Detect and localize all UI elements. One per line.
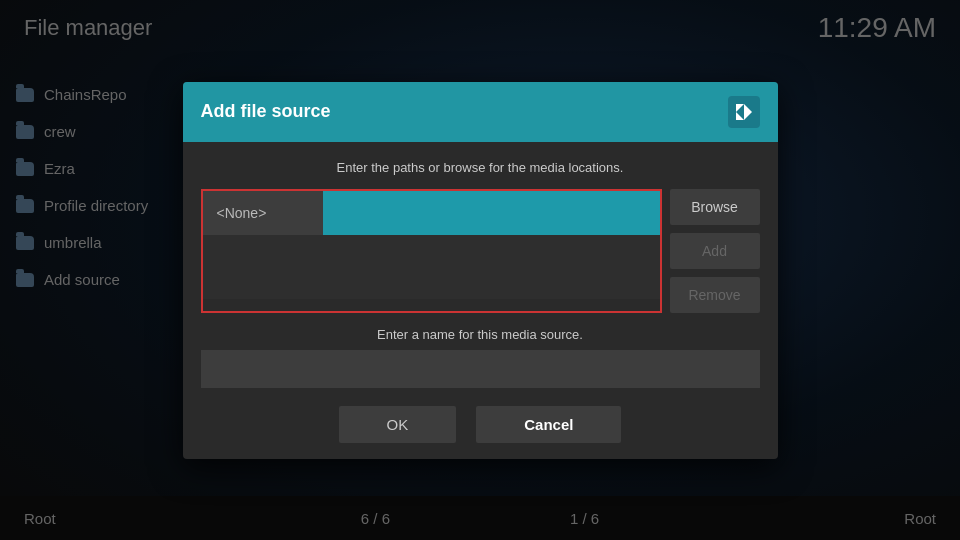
browse-button[interactable]: Browse — [670, 189, 760, 225]
dialog-buttons: OK Cancel — [201, 406, 760, 443]
add-button[interactable]: Add — [670, 233, 760, 269]
source-top-row: <None> — [203, 191, 660, 235]
path-input-box[interactable] — [323, 191, 660, 235]
side-buttons: Browse Add Remove — [670, 189, 760, 313]
source-input-row: <None> Browse Add Remove — [201, 189, 760, 313]
add-file-source-dialog: Add file source Enter the paths or brows… — [183, 82, 778, 459]
modal-overlay: Add file source Enter the paths or brows… — [0, 0, 960, 540]
name-input[interactable] — [201, 350, 760, 388]
dialog-title: Add file source — [201, 101, 331, 122]
none-input[interactable]: <None> — [203, 191, 323, 235]
remove-button[interactable]: Remove — [670, 277, 760, 313]
dialog-body: Enter the paths or browse for the media … — [183, 142, 778, 459]
source-list — [203, 235, 660, 299]
kodi-logo-icon — [728, 96, 760, 128]
paths-instruction: Enter the paths or browse for the media … — [201, 160, 760, 175]
name-instruction: Enter a name for this media source. — [201, 327, 760, 342]
source-path-container: <None> — [201, 189, 662, 313]
dialog-header: Add file source — [183, 82, 778, 142]
cancel-button[interactable]: Cancel — [476, 406, 621, 443]
ok-button[interactable]: OK — [339, 406, 457, 443]
